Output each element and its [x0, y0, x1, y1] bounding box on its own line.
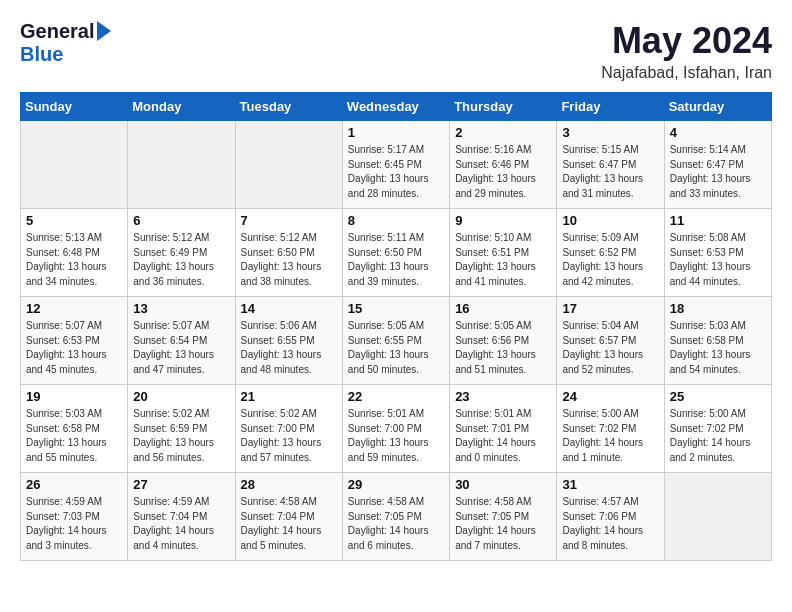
day-detail: Sunrise: 5:07 AM Sunset: 6:53 PM Dayligh… [26, 319, 122, 377]
day-number: 9 [455, 213, 551, 228]
calendar-cell: 9Sunrise: 5:10 AM Sunset: 6:51 PM Daylig… [450, 209, 557, 297]
day-number: 22 [348, 389, 444, 404]
calendar-week-row: 19Sunrise: 5:03 AM Sunset: 6:58 PM Dayli… [21, 385, 772, 473]
calendar-cell: 1Sunrise: 5:17 AM Sunset: 6:45 PM Daylig… [342, 121, 449, 209]
title-area: May 2024 Najafabad, Isfahan, Iran [601, 20, 772, 82]
day-number: 5 [26, 213, 122, 228]
calendar-cell: 16Sunrise: 5:05 AM Sunset: 6:56 PM Dayli… [450, 297, 557, 385]
logo-general-text: General [20, 20, 94, 43]
day-detail: Sunrise: 4:58 AM Sunset: 7:04 PM Dayligh… [241, 495, 337, 553]
day-detail: Sunrise: 4:57 AM Sunset: 7:06 PM Dayligh… [562, 495, 658, 553]
day-detail: Sunrise: 5:15 AM Sunset: 6:47 PM Dayligh… [562, 143, 658, 201]
day-detail: Sunrise: 4:58 AM Sunset: 7:05 PM Dayligh… [455, 495, 551, 553]
calendar-cell: 31Sunrise: 4:57 AM Sunset: 7:06 PM Dayli… [557, 473, 664, 561]
calendar-cell: 21Sunrise: 5:02 AM Sunset: 7:00 PM Dayli… [235, 385, 342, 473]
day-number: 6 [133, 213, 229, 228]
calendar-cell [128, 121, 235, 209]
day-detail: Sunrise: 5:12 AM Sunset: 6:50 PM Dayligh… [241, 231, 337, 289]
calendar-header: SundayMondayTuesdayWednesdayThursdayFrid… [21, 93, 772, 121]
day-number: 13 [133, 301, 229, 316]
calendar-cell: 30Sunrise: 4:58 AM Sunset: 7:05 PM Dayli… [450, 473, 557, 561]
day-detail: Sunrise: 5:06 AM Sunset: 6:55 PM Dayligh… [241, 319, 337, 377]
day-detail: Sunrise: 5:07 AM Sunset: 6:54 PM Dayligh… [133, 319, 229, 377]
day-detail: Sunrise: 4:58 AM Sunset: 7:05 PM Dayligh… [348, 495, 444, 553]
day-number: 19 [26, 389, 122, 404]
day-number: 4 [670, 125, 766, 140]
day-of-week-header: Thursday [450, 93, 557, 121]
day-number: 7 [241, 213, 337, 228]
calendar-cell [235, 121, 342, 209]
calendar-cell: 10Sunrise: 5:09 AM Sunset: 6:52 PM Dayli… [557, 209, 664, 297]
day-number: 31 [562, 477, 658, 492]
day-detail: Sunrise: 4:59 AM Sunset: 7:04 PM Dayligh… [133, 495, 229, 553]
calendar-cell: 3Sunrise: 5:15 AM Sunset: 6:47 PM Daylig… [557, 121, 664, 209]
calendar-cell: 17Sunrise: 5:04 AM Sunset: 6:57 PM Dayli… [557, 297, 664, 385]
calendar-cell [664, 473, 771, 561]
calendar-cell: 28Sunrise: 4:58 AM Sunset: 7:04 PM Dayli… [235, 473, 342, 561]
day-number: 15 [348, 301, 444, 316]
header-row: SundayMondayTuesdayWednesdayThursdayFrid… [21, 93, 772, 121]
calendar-cell: 5Sunrise: 5:13 AM Sunset: 6:48 PM Daylig… [21, 209, 128, 297]
day-number: 12 [26, 301, 122, 316]
page-header: General Blue May 2024 Najafabad, Isfahan… [20, 20, 772, 82]
day-number: 25 [670, 389, 766, 404]
calendar-week-row: 12Sunrise: 5:07 AM Sunset: 6:53 PM Dayli… [21, 297, 772, 385]
day-number: 23 [455, 389, 551, 404]
day-number: 24 [562, 389, 658, 404]
day-number: 16 [455, 301, 551, 316]
day-detail: Sunrise: 5:17 AM Sunset: 6:45 PM Dayligh… [348, 143, 444, 201]
day-detail: Sunrise: 5:11 AM Sunset: 6:50 PM Dayligh… [348, 231, 444, 289]
day-detail: Sunrise: 5:09 AM Sunset: 6:52 PM Dayligh… [562, 231, 658, 289]
day-detail: Sunrise: 5:01 AM Sunset: 7:00 PM Dayligh… [348, 407, 444, 465]
day-detail: Sunrise: 5:10 AM Sunset: 6:51 PM Dayligh… [455, 231, 551, 289]
calendar-week-row: 26Sunrise: 4:59 AM Sunset: 7:03 PM Dayli… [21, 473, 772, 561]
day-detail: Sunrise: 5:04 AM Sunset: 6:57 PM Dayligh… [562, 319, 658, 377]
calendar-body: 1Sunrise: 5:17 AM Sunset: 6:45 PM Daylig… [21, 121, 772, 561]
day-detail: Sunrise: 5:13 AM Sunset: 6:48 PM Dayligh… [26, 231, 122, 289]
calendar-cell: 20Sunrise: 5:02 AM Sunset: 6:59 PM Dayli… [128, 385, 235, 473]
day-of-week-header: Friday [557, 93, 664, 121]
calendar-cell: 29Sunrise: 4:58 AM Sunset: 7:05 PM Dayli… [342, 473, 449, 561]
day-of-week-header: Saturday [664, 93, 771, 121]
day-number: 26 [26, 477, 122, 492]
calendar-cell: 2Sunrise: 5:16 AM Sunset: 6:46 PM Daylig… [450, 121, 557, 209]
day-detail: Sunrise: 5:14 AM Sunset: 6:47 PM Dayligh… [670, 143, 766, 201]
calendar-cell: 23Sunrise: 5:01 AM Sunset: 7:01 PM Dayli… [450, 385, 557, 473]
day-detail: Sunrise: 5:00 AM Sunset: 7:02 PM Dayligh… [562, 407, 658, 465]
calendar-cell: 27Sunrise: 4:59 AM Sunset: 7:04 PM Dayli… [128, 473, 235, 561]
day-detail: Sunrise: 5:02 AM Sunset: 6:59 PM Dayligh… [133, 407, 229, 465]
day-detail: Sunrise: 5:16 AM Sunset: 6:46 PM Dayligh… [455, 143, 551, 201]
day-detail: Sunrise: 4:59 AM Sunset: 7:03 PM Dayligh… [26, 495, 122, 553]
day-number: 14 [241, 301, 337, 316]
calendar-cell: 7Sunrise: 5:12 AM Sunset: 6:50 PM Daylig… [235, 209, 342, 297]
calendar-cell: 14Sunrise: 5:06 AM Sunset: 6:55 PM Dayli… [235, 297, 342, 385]
day-number: 21 [241, 389, 337, 404]
calendar-cell: 11Sunrise: 5:08 AM Sunset: 6:53 PM Dayli… [664, 209, 771, 297]
day-detail: Sunrise: 5:05 AM Sunset: 6:56 PM Dayligh… [455, 319, 551, 377]
day-detail: Sunrise: 5:02 AM Sunset: 7:00 PM Dayligh… [241, 407, 337, 465]
calendar-cell: 6Sunrise: 5:12 AM Sunset: 6:49 PM Daylig… [128, 209, 235, 297]
location-title: Najafabad, Isfahan, Iran [601, 64, 772, 82]
logo: General Blue [20, 20, 111, 66]
day-number: 2 [455, 125, 551, 140]
day-number: 29 [348, 477, 444, 492]
calendar-cell: 22Sunrise: 5:01 AM Sunset: 7:00 PM Dayli… [342, 385, 449, 473]
calendar-cell: 19Sunrise: 5:03 AM Sunset: 6:58 PM Dayli… [21, 385, 128, 473]
day-detail: Sunrise: 5:03 AM Sunset: 6:58 PM Dayligh… [26, 407, 122, 465]
day-detail: Sunrise: 5:00 AM Sunset: 7:02 PM Dayligh… [670, 407, 766, 465]
month-title: May 2024 [601, 20, 772, 62]
calendar-cell: 12Sunrise: 5:07 AM Sunset: 6:53 PM Dayli… [21, 297, 128, 385]
logo-blue-text: Blue [20, 43, 63, 65]
calendar-cell: 13Sunrise: 5:07 AM Sunset: 6:54 PM Dayli… [128, 297, 235, 385]
calendar-week-row: 5Sunrise: 5:13 AM Sunset: 6:48 PM Daylig… [21, 209, 772, 297]
calendar-cell: 24Sunrise: 5:00 AM Sunset: 7:02 PM Dayli… [557, 385, 664, 473]
day-number: 27 [133, 477, 229, 492]
day-of-week-header: Wednesday [342, 93, 449, 121]
calendar-table: SundayMondayTuesdayWednesdayThursdayFrid… [20, 92, 772, 561]
calendar-cell: 8Sunrise: 5:11 AM Sunset: 6:50 PM Daylig… [342, 209, 449, 297]
day-of-week-header: Sunday [21, 93, 128, 121]
calendar-cell: 25Sunrise: 5:00 AM Sunset: 7:02 PM Dayli… [664, 385, 771, 473]
logo-chevron-icon [97, 21, 111, 41]
day-number: 10 [562, 213, 658, 228]
day-detail: Sunrise: 5:08 AM Sunset: 6:53 PM Dayligh… [670, 231, 766, 289]
